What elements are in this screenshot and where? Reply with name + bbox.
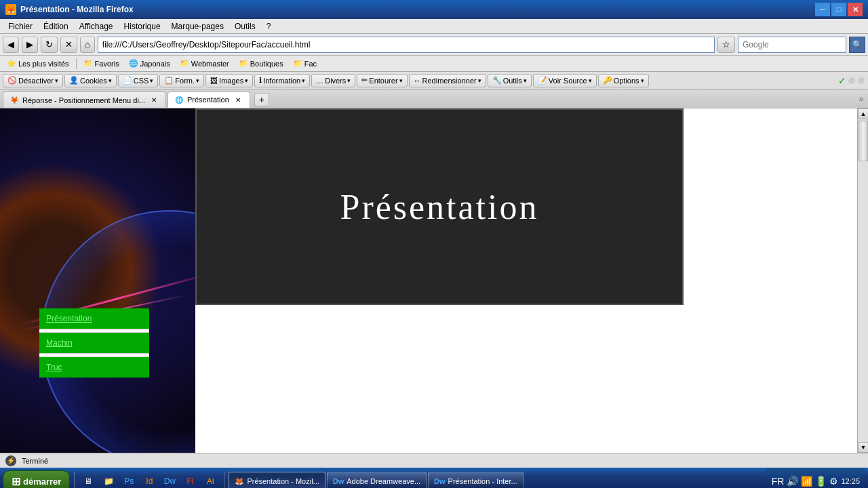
developer-toolbar: 🚫 Désactiver▾ 👤 Cookies▾ 📄 CSS▾ 📋 Form.▾…: [0, 72, 868, 89]
bookmark-label: Fac: [304, 60, 317, 68]
taskbar-icon-fl[interactable]: Fl: [180, 472, 199, 488]
dev-outils-btn[interactable]: 🔧 Outils▾: [488, 74, 532, 87]
scrollbar-thumb[interactable]: [859, 121, 868, 161]
dev-check-icon: ✓: [838, 75, 846, 86]
navigation-menu: Présentation Machin Truc: [39, 308, 149, 378]
nav-bar: ◀ ▶ ↻ ✕ ⌂ ☆ 🔍: [0, 34, 868, 56]
bookmarks-bar: ⭐ Les plus visités 📁 Favoris 🌐 Japonais …: [0, 56, 868, 72]
maximize-button[interactable]: □: [831, 3, 846, 16]
clock-time: 12:25: [841, 477, 860, 485]
forward-button[interactable]: ▶: [22, 37, 38, 53]
dev-voir-source-btn[interactable]: 📝 Voir Source▾: [533, 74, 597, 87]
dev-form-btn[interactable]: 📋 Form.▾: [159, 74, 204, 87]
dev-options-btn[interactable]: 🔑 Options▾: [598, 74, 649, 87]
status-icon: ⚡: [5, 455, 16, 466]
bookmark-favoris[interactable]: 📁 Favoris: [79, 58, 123, 69]
nav-link-machin[interactable]: Machin: [46, 338, 73, 348]
dev-redimensionner-btn[interactable]: ↔ Redimensionner▾: [409, 74, 486, 87]
address-bar[interactable]: [98, 37, 715, 53]
menu-item-outils[interactable]: Outils: [229, 20, 261, 33]
browser-content: Présentation Présentation Machin Truc ▲ …: [0, 108, 868, 453]
taskbar-icon-dw[interactable]: Dw: [160, 472, 179, 488]
taskbar-separator-2: [224, 472, 224, 488]
bookmark-label: Japonais: [140, 60, 170, 68]
menu-item-?[interactable]: ?: [261, 20, 277, 33]
dev-information-btn[interactable]: ℹ Information▾: [254, 74, 310, 87]
systray-lang: FR: [772, 476, 785, 487]
systray-battery: 🔋: [815, 476, 827, 487]
bookmark-star[interactable]: ☆: [717, 37, 735, 53]
taskbar-icon-explorer[interactable]: 📁: [99, 472, 118, 488]
tab-reponse[interactable]: 🦊 Réponse - Positionnement Menu di... ✕: [3, 92, 166, 108]
bookmark-separator: [76, 58, 77, 69]
refresh-button[interactable]: ↻: [41, 37, 58, 53]
bookmark-japonais[interactable]: 🌐 Japonais: [125, 58, 174, 69]
back-button[interactable]: ◀: [3, 37, 19, 53]
tab-favicon-icon: 🦊: [10, 96, 18, 104]
taskbar-item-icon: Dw: [434, 477, 446, 485]
scrollbar-down-button[interactable]: ▼: [858, 442, 868, 453]
dev-disable-btn[interactable]: 🚫 Désactiver▾: [3, 74, 63, 87]
tab-close-button[interactable]: ✕: [233, 95, 243, 104]
stop-button[interactable]: ✕: [60, 37, 77, 53]
dev-css-btn[interactable]: 📄 CSS▾: [118, 74, 159, 87]
systray-volume: 📶: [801, 476, 812, 487]
home-button[interactable]: ⌂: [80, 37, 95, 53]
menu-bar: FichierÉditionAffichageHistoriqueMarque-…: [0, 19, 868, 34]
taskbar-item-firefox[interactable]: 🦊 Présentation - Mozil...: [229, 472, 325, 488]
window-title-bar: 🦊 Présentation - Mozilla Firefox ─ □ ✕: [0, 0, 868, 19]
start-label: démarrer: [23, 476, 61, 487]
taskbar-right-area: FR 🔊 📶 🔋 ⚙ 12:25: [766, 468, 865, 488]
bookmark-webmaster[interactable]: 📁 Webmaster: [176, 58, 233, 69]
bookmark-label: Boutiques: [250, 60, 283, 68]
systray-extra: ⚙: [829, 476, 838, 487]
nav-item-truc[interactable]: Truc: [39, 357, 149, 378]
taskbar-separator-1: [74, 472, 75, 488]
search-input[interactable]: [738, 37, 846, 53]
dev-divers-btn[interactable]: … Divers▾: [311, 74, 355, 87]
minimize-button[interactable]: ─: [815, 3, 830, 16]
taskbar-show-desktop[interactable]: 🖥: [79, 472, 98, 488]
taskbar-icon-ps[interactable]: Ps: [119, 472, 138, 488]
bookmark-fac[interactable]: 📁 Fac: [289, 58, 321, 69]
dev-entourer-btn[interactable]: ✏ Entourer▾: [357, 74, 407, 87]
menu-item-historique[interactable]: Historique: [119, 20, 166, 33]
menu-item-affichage[interactable]: Affichage: [74, 20, 119, 33]
bookmark-label: Favoris: [95, 60, 119, 68]
taskbar-icon-ai[interactable]: Ai: [201, 472, 220, 488]
bookmark-les-plus-visites[interactable]: ⭐ Les plus visités: [3, 58, 73, 69]
tab-presentation[interactable]: 🌐 Présentation ✕: [167, 92, 250, 108]
dev-indicator-1: [848, 77, 855, 84]
tab-favicon-icon: 🌐: [175, 96, 183, 104]
new-tab-button[interactable]: +: [254, 93, 269, 106]
taskbar-item-dreamweaver[interactable]: Dw Adobe Dreamweave...: [327, 472, 427, 488]
system-clock: 12:25: [841, 477, 860, 485]
search-button[interactable]: 🔍: [849, 37, 865, 53]
systray-network: 🔊: [787, 476, 798, 487]
dev-images-btn[interactable]: 🖼 Images▾: [205, 74, 253, 87]
menu-item-édition[interactable]: Édition: [38, 20, 74, 33]
vertical-scrollbar[interactable]: ▲ ▼: [857, 108, 868, 453]
taskbar-icon-id[interactable]: Id: [140, 472, 159, 488]
dev-cookies-btn[interactable]: 👤 Cookies▾: [64, 74, 117, 87]
status-text: Terminé: [22, 457, 48, 465]
nav-link-truc[interactable]: Truc: [46, 363, 62, 372]
nav-item-presentation[interactable]: Présentation: [39, 308, 149, 329]
tab-bar: 🦊 Réponse - Positionnement Menu di... ✕ …: [0, 89, 868, 108]
nav-link-presentation[interactable]: Présentation: [46, 314, 92, 323]
taskbar-item-presentation-inter[interactable]: Dw Présentation - Inter...: [428, 472, 524, 488]
start-button[interactable]: ⊞ démarrer: [3, 470, 70, 488]
tab-close-button[interactable]: ✕: [149, 96, 159, 105]
menu-item-marque-pages[interactable]: Marque-pages: [166, 20, 229, 33]
tab-label: Présentation: [187, 96, 229, 104]
tab-scroll-button[interactable]: »: [854, 90, 868, 108]
status-bar: ⚡ Terminé: [0, 453, 868, 468]
taskbar-item-label: Présentation - Inter...: [448, 477, 517, 485]
scrollbar-track[interactable]: [858, 119, 868, 442]
menu-item-fichier[interactable]: Fichier: [3, 20, 38, 33]
nav-item-machin[interactable]: Machin: [39, 333, 149, 353]
close-button[interactable]: ✕: [848, 3, 863, 16]
scrollbar-up-button[interactable]: ▲: [858, 108, 868, 119]
bookmark-boutiques[interactable]: 📁 Boutiques: [235, 58, 288, 69]
taskbar: ⊞ démarrer 🖥 📁 Ps Id Dw Fl Ai 🦊 Présenta…: [0, 468, 868, 488]
